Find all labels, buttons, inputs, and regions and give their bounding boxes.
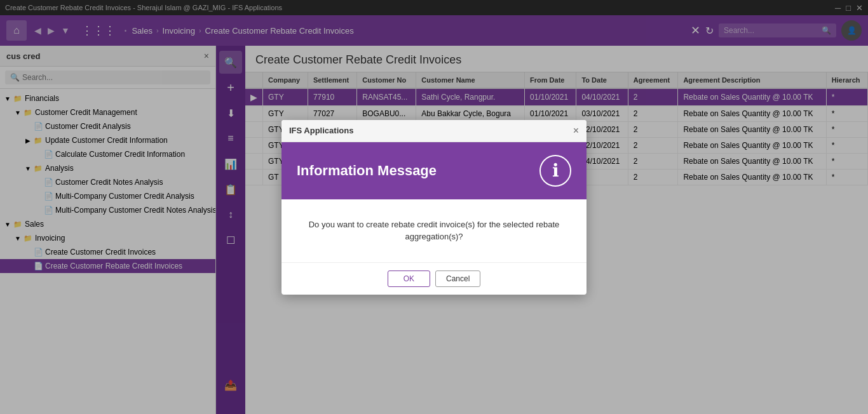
dialog-overlay: IFS Applications × Information Message ℹ…: [0, 0, 868, 414]
dialog-header-title: Information Message: [297, 163, 437, 179]
dialog-message: Do you want to create rebate credit invo…: [297, 218, 571, 243]
dialog-header: Information Message ℹ: [281, 142, 587, 199]
dialog-body: Do you want to create rebate credit invo…: [281, 199, 587, 262]
dialog-title: IFS Applications: [289, 126, 353, 135]
ok-button[interactable]: OK: [388, 270, 430, 287]
dialog: IFS Applications × Information Message ℹ…: [281, 120, 587, 295]
dialog-close-button[interactable]: ×: [573, 125, 579, 137]
cancel-button[interactable]: Cancel: [435, 270, 480, 287]
info-icon: ℹ: [539, 155, 571, 187]
dialog-titlebar: IFS Applications ×: [281, 120, 587, 142]
dialog-footer: OK Cancel: [281, 262, 587, 295]
